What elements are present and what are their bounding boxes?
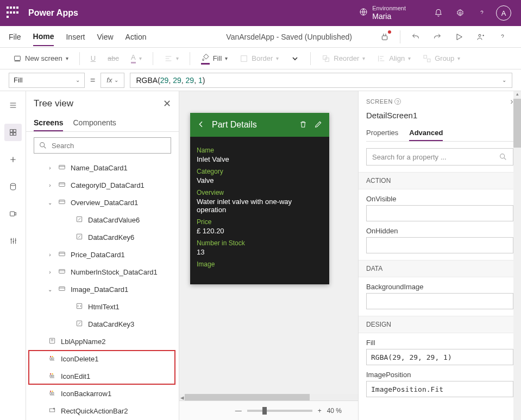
- svg-rect-23: [59, 287, 65, 290]
- rail-data[interactable]: [4, 178, 22, 195]
- svg-rect-12: [13, 133, 16, 136]
- font-color-button[interactable]: A▾: [127, 51, 146, 66]
- props-field-input[interactable]: [366, 293, 513, 309]
- tree-item-label: LblAppName2: [61, 338, 105, 346]
- app-checker-button[interactable]: [375, 27, 394, 47]
- canvas-h-scrollbar[interactable]: ◂: [179, 394, 358, 400]
- tree-item-icon: [47, 406, 58, 416]
- svg-point-28: [52, 355, 53, 357]
- twisty-icon[interactable]: ›: [47, 269, 53, 275]
- group-button[interactable]: Group▾: [418, 52, 464, 65]
- svg-rect-4: [241, 55, 247, 61]
- tree-item[interactable]: ›NumberInStock_DataCard1: [26, 263, 179, 281]
- close-tree-button[interactable]: ✕: [163, 98, 171, 110]
- rail-media[interactable]: [4, 205, 22, 222]
- rail-tree-view[interactable]: [4, 124, 22, 141]
- underline-button[interactable]: U: [86, 52, 100, 65]
- undo-button[interactable]: [406, 27, 425, 47]
- zoom-in-button[interactable]: +: [318, 407, 322, 415]
- tree-item[interactable]: DataCardKey3: [26, 315, 179, 333]
- share-button[interactable]: [471, 27, 491, 47]
- rail-insert[interactable]: [4, 151, 22, 168]
- menu-action[interactable]: Action: [125, 28, 147, 46]
- reorder-button[interactable]: Reorder▾: [317, 52, 369, 65]
- settings-button[interactable]: [449, 0, 471, 26]
- fx-button[interactable]: fx⌄: [101, 73, 124, 88]
- tree-item-icon: [57, 181, 67, 190]
- props-tab-advanced[interactable]: Advanced: [409, 125, 443, 141]
- tree-list[interactable]: ›Name_DataCard1›CategoryID_DataCard1⌄Ove…: [26, 159, 179, 420]
- tree-item[interactable]: IconDelete1: [26, 350, 179, 367]
- zoom-out-button[interactable]: —: [235, 407, 242, 415]
- props-field-input[interactable]: [366, 205, 513, 221]
- tree-item[interactable]: ⌄Image_DataCard1: [26, 281, 179, 298]
- tree-item[interactable]: ›Name_DataCard1: [26, 159, 179, 176]
- props-tab-properties[interactable]: Properties: [366, 125, 398, 141]
- tree-item[interactable]: IconEdit1: [26, 367, 179, 385]
- svg-point-31: [50, 373, 51, 374]
- environment-value: Maria: [372, 12, 406, 21]
- twisty-icon[interactable]: ›: [47, 165, 53, 171]
- environment-picker[interactable]: Environment Maria: [359, 5, 406, 21]
- menu-insert[interactable]: Insert: [66, 28, 85, 46]
- info-icon[interactable]: ?: [394, 98, 401, 105]
- delete-icon[interactable]: [299, 120, 307, 130]
- expand-formula-icon[interactable]: ⌄: [502, 77, 506, 83]
- props-field-input[interactable]: [366, 237, 513, 253]
- fill-button[interactable]: Fill ▾: [197, 50, 233, 67]
- props-field: OnHidden: [359, 221, 521, 253]
- tree-item[interactable]: DataCardValue6: [26, 211, 179, 228]
- tree-item[interactable]: ⌄Overview_DataCard1: [26, 194, 179, 211]
- more-formatting-button[interactable]: [286, 52, 304, 65]
- edit-icon[interactable]: [314, 120, 323, 130]
- tree-item[interactable]: ›CategoryID_DataCard1: [26, 176, 179, 194]
- twisty-icon[interactable]: ›: [47, 252, 53, 258]
- twisty-icon[interactable]: ⌄: [47, 287, 53, 292]
- help-button[interactable]: [471, 0, 493, 26]
- notifications-button[interactable]: [428, 0, 449, 26]
- tree-item[interactable]: HtmlText1: [26, 298, 179, 315]
- tree-item-label: Overview_DataCard1: [71, 199, 138, 207]
- twisty-icon[interactable]: ›: [47, 182, 53, 188]
- tree-tab-screens[interactable]: Screens: [34, 115, 63, 131]
- rail-hamburger[interactable]: [4, 97, 22, 114]
- tree-item[interactable]: LblAppName2: [26, 333, 179, 350]
- tree-tab-components[interactable]: Components: [73, 115, 116, 131]
- redo-button[interactable]: [428, 27, 447, 47]
- align-text-button[interactable]: ▾: [160, 52, 183, 65]
- align-objects-button[interactable]: Align▾: [373, 52, 415, 65]
- tree-item-label: Price_DataCard1: [71, 251, 125, 259]
- canvas-area: Part Details NameInlet ValveCategoryValv…: [179, 91, 358, 420]
- props-field-input[interactable]: RGBA(29, 29, 29, 1): [366, 349, 513, 365]
- twisty-icon[interactable]: ⌄: [47, 200, 53, 206]
- help2-button[interactable]: [493, 27, 512, 47]
- tree-item[interactable]: ›Price_DataCard1: [26, 246, 179, 263]
- props-scrollbar[interactable]: ▴: [513, 91, 521, 420]
- props-field-input[interactable]: ImagePosition.Fit: [366, 381, 513, 397]
- border-button[interactable]: Border▾: [235, 52, 283, 65]
- tree-item[interactable]: IconBackarrow1: [26, 385, 179, 402]
- back-arrow-icon[interactable]: [197, 120, 205, 130]
- screen-label: SCREEN: [366, 98, 393, 105]
- tree-item[interactable]: RectQuickActionBar2: [26, 402, 179, 419]
- props-search-input[interactable]: Search for a property ...: [366, 148, 513, 166]
- menu-file[interactable]: File: [9, 28, 21, 46]
- zoom-slider[interactable]: [247, 410, 312, 412]
- tree-item-label: Image_DataCard1: [71, 285, 128, 294]
- account-button[interactable]: A: [493, 0, 514, 26]
- app-preview[interactable]: Part Details NameInlet ValveCategoryValv…: [190, 113, 329, 284]
- rail-advanced-tools[interactable]: [4, 232, 22, 250]
- waffle-icon[interactable]: [7, 7, 20, 20]
- new-screen-button[interactable]: New screen ▾: [9, 52, 73, 65]
- tree-item[interactable]: DataCardKey6: [26, 228, 179, 246]
- property-selector[interactable]: Fill ⌄: [9, 73, 85, 88]
- strikethrough-button[interactable]: abc: [103, 52, 123, 65]
- chevron-down-icon: ▾: [66, 55, 68, 61]
- tree-search-input[interactable]: Search: [34, 137, 171, 154]
- tree-item-label: HtmlText1: [88, 303, 120, 311]
- formula-input[interactable]: RGBA(29, 29, 29, 1) ⌄: [130, 73, 512, 88]
- play-button[interactable]: [449, 27, 469, 47]
- menu-view[interactable]: View: [97, 28, 113, 46]
- menu-home[interactable]: Home: [33, 28, 54, 46]
- canvas-viewport[interactable]: Part Details NameInlet ValveCategoryValv…: [179, 91, 358, 394]
